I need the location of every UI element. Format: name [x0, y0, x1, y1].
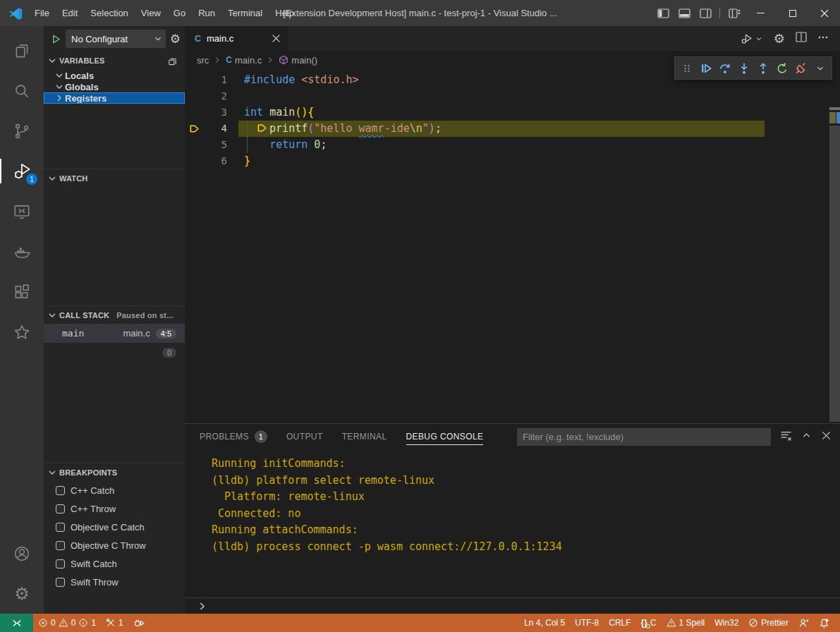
- source-control-icon[interactable]: [0, 111, 44, 151]
- breadcrumb-symbol[interactable]: main(): [279, 55, 317, 66]
- breakpoint-checkbox[interactable]: [56, 559, 65, 569]
- more-actions-icon[interactable]: [817, 32, 829, 46]
- split-editor-icon[interactable]: [796, 32, 807, 45]
- breakpoint-objective-c-catch[interactable]: Objective C Catch: [44, 518, 185, 536]
- breakpoint-objective-c-throw[interactable]: Objective C Throw: [44, 536, 185, 554]
- editor-settings-gear-icon[interactable]: ⚙: [774, 32, 785, 45]
- restart-icon[interactable]: [772, 57, 791, 79]
- panel-tab-output[interactable]: OUTPUT: [286, 424, 323, 449]
- explorer-icon[interactable]: [0, 30, 44, 71]
- spell-checker-status[interactable]: 1 Spell: [662, 614, 710, 632]
- search-icon[interactable]: [0, 71, 44, 111]
- close-button[interactable]: [808, 0, 840, 26]
- remote-indicator[interactable]: [0, 614, 33, 632]
- toggle-panel-icon[interactable]: [674, 0, 695, 26]
- continue-icon[interactable]: [696, 57, 715, 79]
- breakpoint-checkbox[interactable]: [56, 504, 65, 514]
- maximize-panel-icon[interactable]: [801, 430, 812, 444]
- breadcrumb-src[interactable]: src: [197, 55, 209, 66]
- gutter-glyph-margin[interactable]: [185, 153, 203, 169]
- tools-status[interactable]: 1: [101, 614, 128, 632]
- variables-actions-icon[interactable]: [167, 56, 178, 66]
- menu-item-terminal[interactable]: Terminal: [221, 0, 269, 26]
- toolbar-drag-grip[interactable]: [677, 57, 696, 79]
- docker-icon[interactable]: [0, 231, 44, 272]
- extensions-icon[interactable]: [0, 272, 44, 312]
- code-line-2[interactable]: 2: [185, 88, 840, 104]
- panel-tab-problems[interactable]: PROBLEMS1: [200, 424, 267, 449]
- menu-item-go[interactable]: Go: [167, 0, 192, 26]
- maximize-button[interactable]: [777, 0, 808, 26]
- disconnect-icon[interactable]: [791, 57, 810, 79]
- remote-explorer-icon[interactable]: [0, 191, 44, 231]
- call-stack-section-header[interactable]: CALL STACK Paused on st...: [44, 305, 185, 324]
- language-mode[interactable]: {} C: [636, 614, 662, 632]
- breadcrumb-file[interactable]: C main.c: [226, 55, 262, 66]
- start-debug-icon[interactable]: [51, 34, 61, 44]
- formatter-status[interactable]: Prettier: [743, 614, 793, 632]
- breakpoint-checkbox[interactable]: [56, 578, 65, 587]
- gutter-glyph-margin[interactable]: [185, 72, 203, 88]
- step-into-icon[interactable]: [734, 57, 753, 79]
- breakpoint-checkbox[interactable]: [56, 486, 65, 495]
- toggle-secondary-sidebar-icon[interactable]: [695, 0, 716, 26]
- run-or-debug-button[interactable]: [741, 32, 763, 45]
- scrollbar-slider[interactable]: [829, 126, 840, 422]
- step-over-icon[interactable]: [715, 57, 734, 79]
- code-line-4[interactable]: 4 printf("hello wamr-ide\n");: [185, 121, 840, 137]
- toggle-primary-sidebar-icon[interactable]: [652, 0, 674, 26]
- code-line-3[interactable]: 3int main(){: [185, 104, 840, 121]
- debug-console-input[interactable]: [185, 597, 840, 614]
- call-stack-frame-row[interactable]: main main.c 4:5: [44, 324, 185, 343]
- debug-session-chevron-icon[interactable]: [810, 57, 829, 79]
- watch-section-header[interactable]: WATCH: [44, 169, 185, 187]
- menu-item-file[interactable]: File: [28, 0, 56, 26]
- debug-settings-gear-icon[interactable]: ⚙: [170, 33, 181, 45]
- variables-section-header[interactable]: VARIABLES: [44, 51, 185, 70]
- code-editor[interactable]: 1#include <stdio.h>23int main(){4 printf…: [185, 69, 840, 423]
- minimize-button[interactable]: [745, 0, 777, 26]
- star-extension-icon[interactable]: [0, 312, 44, 352]
- gutter-glyph-margin[interactable]: [185, 104, 203, 121]
- breakpoint-swift-throw[interactable]: Swift Throw: [44, 573, 185, 591]
- account-icon[interactable]: [0, 533, 44, 573]
- cursor-position[interactable]: Ln 4, Col 5: [519, 614, 570, 632]
- debug-configuration-dropdown[interactable]: No Configurat: [66, 30, 166, 48]
- customize-layout-icon[interactable]: [724, 0, 745, 26]
- gutter-glyph-margin[interactable]: [185, 88, 203, 104]
- variables-scope-registers[interactable]: Registers: [44, 92, 185, 104]
- gutter-glyph-margin[interactable]: [185, 137, 203, 153]
- breakpoint-c-catch[interactable]: C++ Catch: [44, 481, 185, 499]
- variables-scope-locals[interactable]: Locals: [44, 70, 185, 81]
- menu-item-edit[interactable]: Edit: [56, 0, 84, 26]
- gutter-glyph-margin[interactable]: [185, 121, 203, 137]
- clear-console-icon[interactable]: [780, 430, 792, 444]
- menu-item-run[interactable]: Run: [192, 0, 221, 26]
- step-out-icon[interactable]: [753, 57, 772, 79]
- breakpoint-checkbox[interactable]: [56, 541, 65, 550]
- settings-gear-icon[interactable]: ⚙: [0, 573, 44, 614]
- console-filter-input[interactable]: [517, 428, 771, 446]
- panel-tab-debug-console[interactable]: DEBUG CONSOLE: [406, 424, 484, 449]
- breakpoint-checkbox[interactable]: [56, 523, 65, 532]
- variables-scope-globals[interactable]: Globals: [44, 81, 185, 92]
- panel-tab-terminal[interactable]: TERMINAL: [342, 424, 387, 449]
- feedback-status[interactable]: [793, 614, 814, 632]
- eol-status[interactable]: CRLF: [604, 614, 635, 632]
- tab-close-icon[interactable]: [272, 34, 281, 43]
- encoding-status[interactable]: UTF-8: [570, 614, 604, 632]
- debug-status[interactable]: [128, 614, 150, 632]
- close-panel-icon[interactable]: [821, 430, 832, 444]
- breakpoints-section-header[interactable]: BREAKPOINTS: [44, 463, 185, 481]
- editor-scrollbar[interactable]: [829, 107, 840, 423]
- notifications-status[interactable]: [814, 614, 834, 632]
- code-line-6[interactable]: 6}: [185, 153, 840, 169]
- menu-item-view[interactable]: View: [135, 0, 167, 26]
- platform-status[interactable]: Win32: [710, 614, 743, 632]
- debug-console-output[interactable]: Running initCommands:(lldb) platform sel…: [185, 449, 840, 597]
- breakpoint-swift-catch[interactable]: Swift Catch: [44, 554, 185, 573]
- run-and-debug-icon[interactable]: 1: [0, 151, 44, 191]
- breakpoint-c-throw[interactable]: C++ Throw: [44, 499, 185, 518]
- tab-main-c[interactable]: C main.c: [185, 26, 288, 51]
- menu-item-selection[interactable]: Selection: [84, 0, 134, 26]
